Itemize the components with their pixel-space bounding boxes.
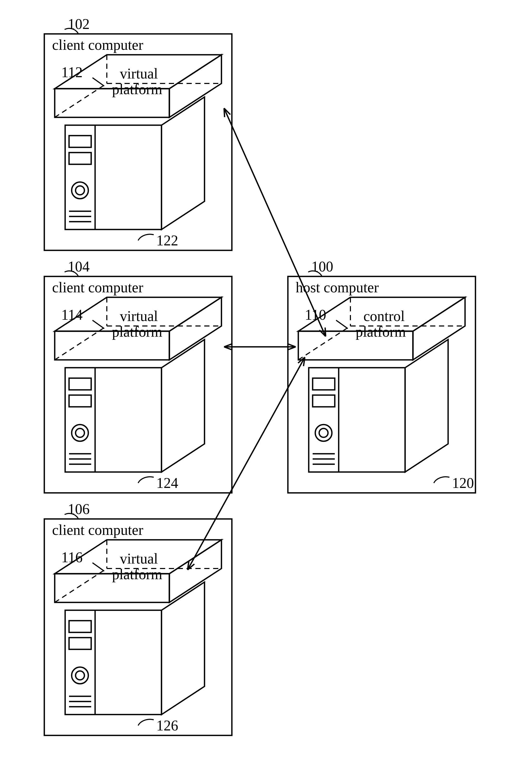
ref-104: 104 [68, 258, 90, 275]
arrow-b-host [224, 344, 296, 350]
platform-b-l1: virtual [120, 308, 158, 324]
ref-120: 120 [452, 475, 474, 491]
platform-c-l2: platform [112, 566, 162, 583]
platform-host-l2: platform [356, 323, 406, 340]
title-client-b: client computer [52, 279, 143, 296]
title-host: host computer [296, 279, 379, 296]
ref-110: 110 [305, 306, 326, 323]
node-client-b [44, 271, 232, 493]
title-client-c: client computer [52, 521, 143, 538]
node-client-c [44, 513, 232, 735]
ref-126: 126 [156, 717, 178, 734]
node-client-a [44, 28, 232, 250]
platform-c-l1: virtual [120, 550, 158, 567]
title-client-a: client computer [52, 36, 143, 53]
ref-100: 100 [311, 258, 333, 275]
ref-112: 112 [61, 64, 83, 81]
ref-106: 106 [68, 501, 90, 517]
platform-b-l2: platform [112, 323, 162, 340]
arrow-a-host [221, 107, 329, 338]
platform-a-l2: platform [112, 81, 162, 97]
ref-122: 122 [156, 232, 178, 249]
diagram-svg [0, 0, 532, 768]
svg-line-16 [224, 108, 326, 336]
node-host [288, 271, 475, 493]
platform-a-l1: virtual [120, 65, 158, 82]
ref-114: 114 [61, 306, 83, 323]
ref-124: 124 [156, 475, 178, 491]
ref-102: 102 [68, 16, 90, 32]
platform-host-l1: control [363, 308, 405, 324]
ref-116: 116 [61, 549, 83, 565]
diagram-canvas: 102 client computer 112 virtual platform… [0, 0, 532, 768]
